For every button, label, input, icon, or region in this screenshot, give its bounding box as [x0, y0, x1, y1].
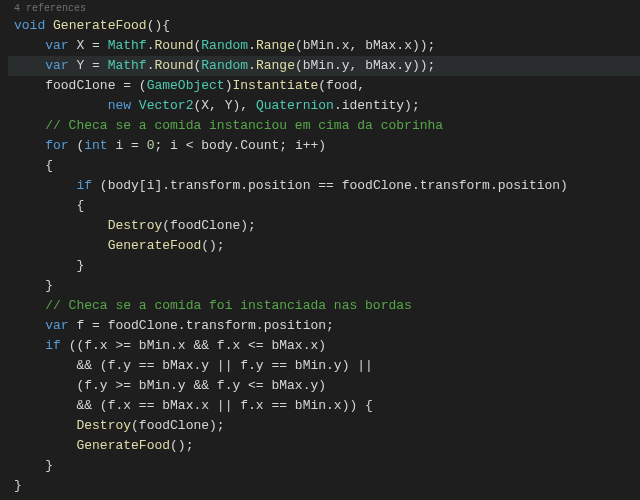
token-fn: GenerateFood: [108, 238, 202, 253]
token-fn: Destroy: [108, 218, 163, 233]
token-fn: Destroy: [76, 418, 131, 433]
code-line[interactable]: && (f.y == bMax.y || f.y == bMin.y) ||: [8, 356, 640, 376]
token-op: Y =: [69, 58, 108, 73]
token-kw: for: [45, 138, 68, 153]
token-op: && (f.y == bMax.y || f.y == bMin.y) ||: [76, 358, 372, 373]
token-op: (){: [147, 18, 170, 33]
code-line[interactable]: }: [8, 276, 640, 296]
code-line[interactable]: }: [8, 256, 640, 276]
token-fn: Instantiate: [232, 78, 318, 93]
token-op: (food,: [318, 78, 365, 93]
token-op: {: [76, 198, 84, 213]
token-type: GameObject: [147, 78, 225, 93]
token-type: Quaternion: [256, 98, 334, 113]
token-fn: Range: [256, 58, 295, 73]
token-cmt: // Checa se a comida foi instanciada nas…: [45, 298, 412, 313]
code-line[interactable]: Destroy(foodClone);: [8, 416, 640, 436]
token-op: .: [248, 58, 256, 73]
token-op: ();: [170, 438, 193, 453]
token-type: Vector2: [139, 98, 194, 113]
token-op: }: [45, 458, 53, 473]
token-kw: var: [45, 58, 68, 73]
code-line[interactable]: GenerateFood();: [8, 436, 640, 456]
code-line[interactable]: {: [8, 156, 640, 176]
token-op: = (: [115, 78, 146, 93]
code-line[interactable]: // Checa se a comida foi instanciada nas…: [8, 296, 640, 316]
token-type: Mathf: [108, 38, 147, 53]
token-op: }: [45, 278, 53, 293]
token-op: i =: [108, 138, 147, 153]
code-line[interactable]: var X = Mathf.Round(Random.Range(bMin.x,…: [8, 36, 640, 56]
token-kw: if: [45, 338, 61, 353]
code-line[interactable]: if (body[i].transform.position == foodCl…: [8, 176, 640, 196]
token-kw: int: [84, 138, 107, 153]
token-op: && (f.x == bMax.x || f.x == bMin.x)) {: [76, 398, 372, 413]
token-fn: Range: [256, 38, 295, 53]
token-op: (: [69, 138, 85, 153]
token-op: (foodClone);: [162, 218, 256, 233]
code-line[interactable]: }: [8, 456, 640, 476]
token-cmt: // Checa se a comida instanciou em cima …: [45, 118, 443, 133]
code-editor[interactable]: 4 references void GenerateFood(){ var X …: [0, 0, 640, 496]
code-line[interactable]: }: [8, 476, 640, 496]
code-line[interactable]: if ((f.x >= bMin.x && f.x <= bMax.x): [8, 336, 640, 356]
token-kw: new: [108, 98, 131, 113]
code-line[interactable]: foodClone = (GameObject)Instantiate(food…: [8, 76, 640, 96]
code-line[interactable]: var Y = Mathf.Round(Random.Range(bMin.y,…: [8, 56, 640, 76]
token-fn: Round: [154, 58, 193, 73]
token-op: f = foodClone.transform.position;: [69, 318, 334, 333]
token-op: ((f.x >= bMin.x && f.x <= bMax.x): [61, 338, 326, 353]
token-op: }: [14, 478, 22, 493]
token-type: Random: [201, 58, 248, 73]
token-kw: var: [45, 38, 68, 53]
token-fn: GenerateFood: [76, 438, 170, 453]
token-op: {: [45, 158, 53, 173]
token-type: Mathf: [108, 58, 147, 73]
code-line[interactable]: Destroy(foodClone);: [8, 216, 640, 236]
token-op: (bMin.y, bMax.y));: [295, 58, 435, 73]
token-kw: void: [14, 18, 45, 33]
token-id: foodClone: [45, 78, 115, 93]
token-op: [131, 98, 139, 113]
token-type: Random: [201, 38, 248, 53]
token-fn: GenerateFood: [53, 18, 147, 33]
token-kw: var: [45, 318, 68, 333]
code-line[interactable]: for (int i = 0; i < body.Count; i++): [8, 136, 640, 156]
token-op: (foodClone);: [131, 418, 225, 433]
token-op: ();: [201, 238, 224, 253]
token-op: (X, Y),: [193, 98, 255, 113]
code-line[interactable]: new Vector2(X, Y), Quaternion.identity);: [8, 96, 640, 116]
token-op: ; i < body.Count; i++): [154, 138, 326, 153]
token-op: (bMin.x, bMax.x));: [295, 38, 435, 53]
code-line[interactable]: var f = foodClone.transform.position;: [8, 316, 640, 336]
codelens-references[interactable]: 4 references: [8, 2, 640, 16]
code-body[interactable]: void GenerateFood(){ var X = Mathf.Round…: [8, 16, 640, 496]
token-op: .identity);: [334, 98, 420, 113]
code-line[interactable]: && (f.x == bMax.x || f.x == bMin.x)) {: [8, 396, 640, 416]
code-line[interactable]: void GenerateFood(){: [8, 16, 640, 36]
token-op: (body[i].transform.position == foodClone…: [92, 178, 568, 193]
code-line[interactable]: (f.y >= bMin.y && f.y <= bMax.y): [8, 376, 640, 396]
token-op: }: [76, 258, 84, 273]
token-kw: if: [76, 178, 92, 193]
token-fn: Round: [154, 38, 193, 53]
token-op: (f.y >= bMin.y && f.y <= bMax.y): [76, 378, 326, 393]
code-line[interactable]: {: [8, 196, 640, 216]
code-line[interactable]: // Checa se a comida instanciou em cima …: [8, 116, 640, 136]
token-op: .: [248, 38, 256, 53]
token-op: [45, 18, 53, 33]
code-line[interactable]: GenerateFood();: [8, 236, 640, 256]
token-op: X =: [69, 38, 108, 53]
